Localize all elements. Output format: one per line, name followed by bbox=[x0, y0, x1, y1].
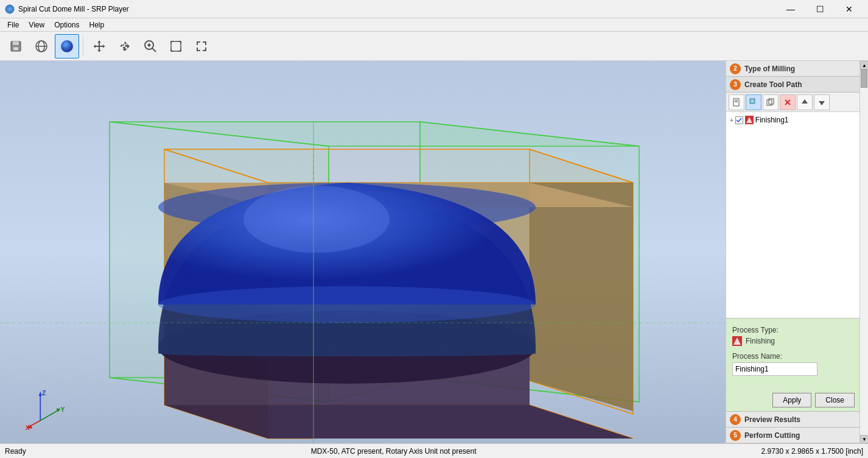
process-type-icon bbox=[732, 336, 742, 346]
viewport[interactable]: Perspective bbox=[0, 61, 726, 443]
section-number-4: 4 bbox=[730, 414, 741, 425]
main-layout: Perspective bbox=[0, 61, 868, 443]
svg-line-10 bbox=[152, 48, 156, 52]
svg-rect-4 bbox=[14, 48, 18, 50]
globe-button[interactable] bbox=[29, 34, 54, 58]
edit-toolpath-btn[interactable] bbox=[746, 94, 761, 110]
status-bar: Ready MDX-50, ATC present, Rotary Axis U… bbox=[0, 443, 868, 458]
toolbar-separator bbox=[83, 37, 83, 56]
type-of-milling-header[interactable]: 2 Type of Milling bbox=[726, 61, 859, 77]
right-scrollbar: ▲ ▼ bbox=[859, 61, 868, 443]
perform-cutting-label: Perform Cutting bbox=[744, 431, 800, 440]
svg-rect-2 bbox=[13, 41, 19, 45]
svg-text:Z: Z bbox=[42, 389, 46, 396]
create-toolpath-label: Create Tool Path bbox=[744, 80, 802, 89]
scroll-down-btn[interactable]: ▼ bbox=[860, 435, 868, 443]
copy-toolpath-btn[interactable] bbox=[763, 94, 779, 110]
move-down-btn[interactable] bbox=[814, 94, 830, 110]
toolpath-toolbar bbox=[726, 93, 859, 112]
svg-line-52 bbox=[40, 410, 59, 421]
tree-item-finishing1[interactable]: + Finishing1 bbox=[729, 114, 857, 125]
status-dimensions: 2.9730 x 2.9865 x 1.7500 [inch] bbox=[761, 447, 863, 456]
status-left: Ready bbox=[5, 447, 26, 456]
preview-results-label: Preview Results bbox=[744, 415, 800, 424]
tree-item-label: Finishing1 bbox=[755, 116, 789, 124]
menu-bar: File View Options Help bbox=[0, 18, 868, 32]
svg-point-8 bbox=[61, 40, 73, 52]
sphere-button[interactable] bbox=[55, 34, 79, 58]
svg-marker-68 bbox=[819, 101, 825, 105]
bottom-headers: 4 Preview Results 5 Perform Cutting bbox=[726, 411, 859, 443]
new-toolpath-btn[interactable] bbox=[729, 94, 744, 110]
app-icon bbox=[5, 4, 15, 14]
svg-marker-38 bbox=[530, 183, 633, 411]
zoom-button[interactable] bbox=[138, 34, 163, 58]
preview-results-header[interactable]: 4 Preview Results bbox=[726, 412, 859, 428]
title-bar: Spiral Cut Dome Mill - SRP Player — ☐ ✕ bbox=[0, 0, 868, 18]
move-up-btn[interactable] bbox=[797, 94, 813, 110]
pan-button[interactable] bbox=[113, 34, 137, 58]
expand-button[interactable] bbox=[189, 34, 214, 58]
section-number-2: 2 bbox=[730, 63, 741, 74]
create-toolpath-header[interactable]: 3 Create Tool Path bbox=[726, 77, 859, 93]
tree-area: + Finishing1 bbox=[726, 112, 859, 318]
section-number-3: 3 bbox=[730, 79, 741, 90]
process-type-label: Process Type: bbox=[732, 326, 853, 334]
svg-rect-13 bbox=[171, 41, 181, 51]
maximize-button[interactable]: ☐ bbox=[806, 0, 834, 18]
panel-buttons: Apply Close bbox=[726, 389, 859, 411]
tree-expand-icon: + bbox=[730, 117, 733, 124]
toolbar bbox=[0, 32, 868, 61]
svg-text:Y: Y bbox=[61, 406, 65, 413]
perform-cutting-header[interactable]: 5 Perform Cutting bbox=[726, 428, 859, 443]
svg-point-45 bbox=[158, 286, 536, 323]
section-number-5: 5 bbox=[730, 430, 741, 441]
minimize-button[interactable]: — bbox=[777, 0, 805, 18]
menu-view[interactable]: View bbox=[24, 19, 49, 30]
title-bar-controls: — ☐ ✕ bbox=[777, 0, 863, 18]
move-button[interactable] bbox=[87, 34, 111, 58]
process-type-value: Finishing bbox=[746, 337, 775, 345]
svg-text:X: X bbox=[26, 424, 30, 431]
app-title: Spiral Cut Dome Mill - SRP Player bbox=[18, 5, 129, 13]
title-bar-left: Spiral Cut Dome Mill - SRP Player bbox=[5, 4, 129, 14]
svg-rect-64 bbox=[769, 99, 774, 104]
process-type-value-row: Finishing bbox=[732, 336, 853, 346]
finishing-icon bbox=[745, 116, 754, 124]
menu-help[interactable]: Help bbox=[85, 19, 110, 30]
menu-file[interactable]: File bbox=[2, 19, 24, 30]
save-button[interactable] bbox=[4, 34, 28, 58]
axis-indicator: Z Y X bbox=[24, 389, 67, 431]
properties-area: Process Type: Finishing Process Name: bbox=[726, 318, 859, 389]
svg-rect-58 bbox=[733, 99, 739, 106]
svg-marker-67 bbox=[802, 99, 808, 104]
process-name-row: Process Name: bbox=[732, 352, 853, 376]
close-button[interactable]: ✕ bbox=[835, 0, 863, 18]
scene-svg bbox=[0, 61, 726, 443]
type-of-milling-label: Type of Milling bbox=[744, 65, 795, 73]
svg-rect-63 bbox=[767, 100, 772, 105]
fit-button[interactable] bbox=[164, 34, 188, 58]
apply-button[interactable]: Apply bbox=[772, 393, 811, 407]
process-type-row: Process Type: Finishing bbox=[732, 326, 853, 346]
scroll-track bbox=[860, 69, 868, 435]
right-panel-inner: 2 Type of Milling 3 Create Tool Path bbox=[726, 61, 859, 443]
delete-toolpath-btn[interactable] bbox=[780, 94, 796, 110]
close-button[interactable]: Close bbox=[815, 393, 855, 407]
process-name-input[interactable] bbox=[732, 362, 817, 376]
scroll-up-btn[interactable]: ▲ bbox=[860, 61, 868, 69]
svg-point-46 bbox=[243, 186, 390, 253]
process-name-label: Process Name: bbox=[732, 352, 853, 361]
tree-checkbox[interactable] bbox=[735, 116, 743, 124]
status-center: MDX-50, ATC present, Rotary Axis Unit no… bbox=[311, 447, 477, 456]
scroll-thumb[interactable] bbox=[861, 69, 867, 88]
menu-options[interactable]: Options bbox=[49, 19, 84, 30]
right-panel-container: 2 Type of Milling 3 Create Tool Path bbox=[726, 61, 868, 443]
